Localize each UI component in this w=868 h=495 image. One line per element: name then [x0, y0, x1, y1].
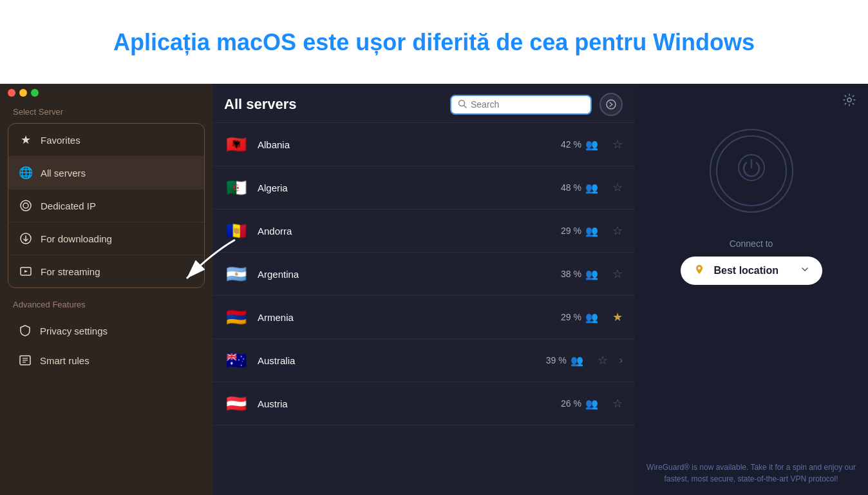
minimize-dot[interactable]: [19, 89, 27, 97]
chevron-down-icon: [800, 265, 809, 277]
app-window: Select Server ★ Favorites 🌐 All servers …: [0, 84, 868, 495]
users-icon: 👥: [585, 139, 598, 151]
load-armenia: 29 % 👥: [561, 311, 598, 324]
users-icon: 👥: [585, 182, 598, 194]
users-icon: 👥: [585, 268, 598, 280]
select-server-label: Select Server: [8, 107, 205, 117]
flag-armenia: 🇦🇲: [224, 305, 249, 329]
server-list-panel: All servers 🇦🇱: [212, 84, 634, 495]
dedicated-ip-icon: [19, 199, 33, 213]
sidebar-item-for-streaming[interactable]: For streaming: [8, 255, 204, 287]
best-location-button[interactable]: Best location: [681, 257, 822, 285]
smart-rules-label: Smart rules: [40, 355, 90, 366]
power-button-outer: [710, 129, 793, 213]
users-icon: 👥: [585, 311, 598, 324]
server-list: 🇦🇱 Albania 42 % 👥 ☆ 🇩🇿 Algeria 48 % 👥 ☆: [212, 123, 634, 495]
country-australia: Australia: [258, 355, 537, 366]
country-albania: Albania: [258, 139, 552, 150]
users-icon: 👥: [585, 398, 598, 410]
sidebar: Select Server ★ Favorites 🌐 All servers …: [0, 84, 212, 495]
users-icon: 👥: [571, 354, 583, 367]
country-argentina: Argentina: [258, 269, 552, 280]
star-icon: ★: [19, 133, 33, 147]
server-item-australia[interactable]: 🇦🇺 Australia 39 % 👥 ☆ ›: [212, 339, 634, 382]
all-servers-label: All servers: [41, 168, 86, 179]
globe-icon: 🌐: [19, 166, 33, 180]
sidebar-item-favorites[interactable]: ★ Favorites: [8, 124, 204, 157]
wireguard-notice: WireGuard® is now available. Take it for…: [645, 461, 858, 485]
smart-rules-icon: [18, 353, 32, 367]
sidebar-item-smart-rules[interactable]: Smart rules: [8, 345, 205, 375]
svg-point-1: [23, 203, 28, 208]
star-australia[interactable]: ☆: [598, 353, 608, 367]
search-input[interactable]: [471, 99, 574, 110]
connect-arrow-button[interactable]: [599, 93, 623, 116]
for-downloading-label: For downloading: [41, 233, 112, 244]
svg-point-0: [21, 200, 31, 211]
power-button[interactable]: [737, 153, 766, 188]
banner-title: Aplicația macOS este ușor diferită de ce…: [113, 28, 755, 57]
svg-point-13: [847, 98, 851, 102]
flag-algeria: 🇩🇿: [224, 175, 249, 200]
dedicated-ip-label: Dedicated IP: [41, 200, 96, 211]
advanced-features-label: Advanced Features: [8, 300, 205, 309]
search-box[interactable]: [450, 95, 592, 115]
traffic-lights: [8, 89, 39, 97]
load-algeria: 48 % 👥: [561, 182, 598, 194]
main-menu-group: ★ Favorites 🌐 All servers Dedicated IP: [8, 123, 205, 288]
country-algeria: Algeria: [258, 182, 552, 193]
load-australia: 39 % 👥: [546, 354, 583, 367]
search-icon: [458, 99, 467, 110]
settings-icon[interactable]: [842, 93, 856, 110]
star-armenia[interactable]: ★: [612, 310, 623, 324]
sidebar-item-for-downloading[interactable]: For downloading: [8, 222, 204, 255]
svg-line-11: [464, 105, 467, 108]
streaming-icon: [19, 264, 33, 278]
connect-to-label: Connect to: [730, 238, 773, 249]
star-argentina[interactable]: ☆: [612, 267, 623, 281]
flag-austria: 🇦🇹: [224, 391, 249, 416]
load-andorra: 29 % 👥: [561, 225, 598, 237]
svg-point-15: [698, 267, 701, 269]
flag-australia: 🇦🇺: [224, 348, 249, 373]
sidebar-item-dedicated-ip[interactable]: Dedicated IP: [8, 189, 204, 222]
star-albania[interactable]: ☆: [612, 137, 623, 151]
all-servers-title: All servers: [224, 96, 442, 113]
favorites-label: Favorites: [41, 135, 80, 146]
best-location-text: Best location: [714, 265, 795, 277]
flag-andorra: 🇦🇩: [224, 218, 249, 243]
fullscreen-dot[interactable]: [31, 89, 39, 97]
star-austria[interactable]: ☆: [612, 396, 623, 411]
star-algeria[interactable]: ☆: [612, 180, 623, 195]
load-albania: 42 % 👥: [561, 139, 598, 151]
server-item-andorra[interactable]: 🇦🇩 Andorra 29 % 👥 ☆: [212, 209, 634, 253]
download-icon: [19, 231, 33, 246]
top-banner: Aplicația macOS este ușor diferită de ce…: [0, 0, 868, 84]
load-argentina: 38 % 👥: [561, 268, 598, 280]
location-icon: [693, 264, 705, 278]
server-item-austria[interactable]: 🇦🇹 Austria 26 % 👥 ☆: [212, 382, 634, 425]
svg-marker-4: [24, 270, 28, 273]
server-item-argentina[interactable]: 🇦🇷 Argentina 38 % 👥 ☆: [212, 253, 634, 296]
server-item-armenia[interactable]: 🇦🇲 Armenia 29 % 👥 ★: [212, 296, 634, 339]
star-andorra[interactable]: ☆: [612, 224, 623, 238]
flag-albania: 🇦🇱: [224, 132, 249, 157]
country-andorra: Andorra: [258, 226, 552, 237]
flag-argentina: 🇦🇷: [224, 262, 249, 286]
right-panel: Connect to Best location WireGuard® is n…: [634, 84, 868, 495]
svg-point-12: [607, 100, 616, 109]
server-item-albania[interactable]: 🇦🇱 Albania 42 % 👥 ☆: [212, 123, 634, 166]
shield-icon: [18, 324, 32, 338]
sidebar-item-all-servers[interactable]: 🌐 All servers: [8, 157, 204, 189]
load-austria: 26 % 👥: [561, 398, 598, 410]
country-austria: Austria: [258, 398, 552, 409]
server-item-algeria[interactable]: 🇩🇿 Algeria 48 % 👥 ☆: [212, 166, 634, 209]
for-streaming-label: For streaming: [41, 266, 100, 277]
power-button-inner: [716, 135, 787, 206]
expand-australia-icon[interactable]: ›: [619, 354, 623, 366]
privacy-settings-label: Privacy settings: [40, 325, 108, 336]
sidebar-item-privacy-settings[interactable]: Privacy settings: [8, 316, 205, 345]
close-dot[interactable]: [8, 89, 15, 97]
users-icon: 👥: [585, 225, 598, 237]
country-armenia: Armenia: [258, 312, 552, 323]
